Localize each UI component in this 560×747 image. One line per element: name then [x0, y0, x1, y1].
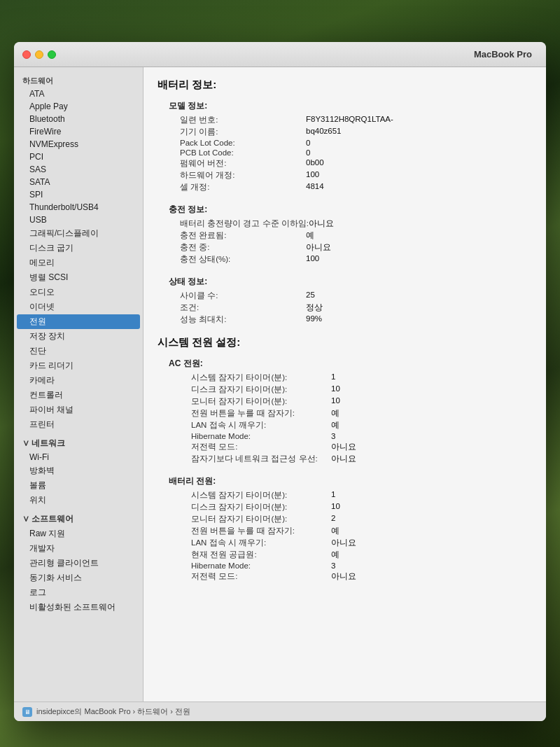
sidebar-item-controller[interactable]: 컨트롤러	[14, 388, 143, 403]
sidebar-item-disabled-sw[interactable]: 비활성화된 소프트웨어	[14, 600, 143, 615]
info-label: 조건:	[180, 302, 306, 313]
battery-power-section: 배터리 전원: 시스템 잠자기 타이머(분):1디스크 잠자기 타이머(분):1…	[158, 475, 532, 582]
sidebar-item-storage[interactable]: 저장 장치	[14, 329, 143, 344]
info-value: 10	[331, 502, 340, 512]
breadcrumb-bar: 🖥 insidepixce의 MacBook Pro › 하드웨어 › 전원	[14, 701, 546, 721]
system-info-window: MacBook Pro 하드웨어 ATAApple PayBluetoothFi…	[14, 42, 546, 721]
sidebar-item-network-header[interactable]: ∨ 네트워크	[14, 436, 143, 451]
sidebar-item-managed[interactable]: 관리형 클라이언트	[14, 556, 143, 571]
info-row: 펌웨어 버전:0b00	[158, 158, 532, 169]
sidebar-item-sata[interactable]: SATA	[14, 176, 143, 188]
sidebar-item-disc[interactable]: 디스크 굽기	[14, 241, 143, 256]
info-label: 시스템 잠자기 타이머(분):	[191, 490, 331, 501]
sidebar-item-apple-pay[interactable]: Apple Pay	[14, 100, 143, 113]
info-value: 99%	[306, 314, 532, 325]
sidebar-item-firewire[interactable]: FireWire	[14, 125, 143, 138]
info-label: LAN 접속 시 깨우기:	[191, 538, 331, 548]
info-row: 충전 완료됨:예	[158, 230, 532, 241]
info-value: 0b00	[306, 158, 532, 169]
info-value: 예	[331, 420, 340, 431]
sidebar-item-scsi[interactable]: 병렬 SCSI	[14, 270, 143, 285]
info-row: LAN 접속 시 깨우기:아니요	[158, 538, 532, 548]
sidebar-item-printer[interactable]: 프린터	[14, 417, 143, 432]
info-label: 충전 중:	[180, 242, 306, 253]
info-value: 아니요	[331, 538, 356, 548]
info-label: Hibernate Mode:	[191, 561, 331, 570]
sidebar-item-thunderbolt[interactable]: Thunderbolt/USB4	[14, 201, 143, 214]
sidebar-item-pci[interactable]: PCI	[14, 151, 143, 163]
sidebar-item-raw[interactable]: Raw 지원	[14, 526, 143, 541]
sidebar-item-graphics[interactable]: 그래픽/디스플레이	[14, 226, 143, 241]
info-label: 성능 최대치:	[180, 314, 306, 325]
info-label: 저전력 모드:	[191, 442, 331, 452]
info-label: 현재 전원 공급원:	[191, 550, 331, 560]
info-label: 일련 번호:	[180, 115, 306, 125]
charge-info-section: 충전 정보: 배터리 충전량이 경고 수준 이하임:아니요충전 완료됨:예충전 …	[158, 204, 532, 265]
sidebar-item-location[interactable]: 위치	[14, 493, 143, 508]
sidebar-item-power[interactable]: 전원	[17, 314, 140, 329]
sidebar-item-software-header[interactable]: ∨ 소프트웨어	[14, 512, 143, 526]
sidebar-item-nvmexpress[interactable]: NVMExpress	[14, 138, 143, 151]
main-content: 배터리 정보: 모델 정보: 일련 번호:F8Y3112H8QRQ1LTAA-기…	[144, 67, 546, 701]
page-title: 배터리 정보:	[158, 78, 532, 92]
info-row: 현재 전원 공급원:예	[158, 550, 532, 560]
sidebar-item-wifi[interactable]: Wi-Fi	[14, 451, 143, 463]
sidebar-item-spi[interactable]: SPI	[14, 188, 143, 201]
sidebar[interactable]: 하드웨어 ATAApple PayBluetoothFireWireNVMExp…	[14, 67, 144, 701]
info-label: 기기 이름:	[180, 127, 306, 137]
info-label: 저전력 모드:	[191, 571, 331, 582]
info-row: 충전 중:아니요	[158, 242, 532, 253]
info-value: 아니요	[331, 442, 356, 452]
window-body: 하드웨어 ATAApple PayBluetoothFireWireNVMExp…	[14, 67, 546, 701]
charge-section-title: 충전 정보:	[169, 204, 532, 216]
info-value: 아니요	[331, 571, 356, 582]
info-label: LAN 접속 시 깨우기:	[191, 420, 331, 431]
info-row: Hibernate Mode:3	[158, 432, 532, 440]
info-label: 하드웨어 개정:	[180, 170, 306, 181]
sidebar-item-diagnosis[interactable]: 진단	[14, 344, 143, 358]
power-section-title: 시스템 전원 설정:	[158, 336, 532, 349]
sidebar-item-sas[interactable]: SAS	[14, 163, 143, 176]
sidebar-item-card-reader[interactable]: 카드 리더기	[14, 358, 143, 373]
sidebar-item-log[interactable]: 로그	[14, 585, 143, 600]
info-row: 사이클 수:25	[158, 291, 532, 301]
sidebar-item-audio[interactable]: 오디오	[14, 285, 143, 300]
info-value: 예	[331, 550, 340, 560]
info-row: 시스템 잠자기 타이머(분):1	[158, 372, 532, 383]
sidebar-item-fiber[interactable]: 파이버 채널	[14, 403, 143, 417]
model-section-title: 모델 정보:	[169, 100, 532, 112]
info-row: 디스크 잠자기 타이머(분):10	[158, 384, 532, 395]
info-label: PCB Lot Code:	[180, 148, 306, 157]
info-value: 0	[306, 139, 532, 147]
ac-section-title: AC 전원:	[158, 358, 532, 370]
info-value: 10	[331, 396, 340, 407]
info-value: F8Y3112H8QRQ1LTAA-	[306, 115, 532, 125]
info-label: 셀 개정:	[180, 182, 306, 193]
zoom-button[interactable]	[48, 50, 56, 59]
sidebar-item-sync[interactable]: 동기화 서비스	[14, 571, 143, 585]
info-label: 전원 버튼을 누를 때 잠자기:	[191, 408, 331, 419]
sidebar-item-volumes[interactable]: 볼륨	[14, 478, 143, 493]
minimize-button[interactable]	[35, 50, 43, 59]
sidebar-item-memory[interactable]: 메모리	[14, 256, 143, 270]
info-row: 잠자기보다 네트워크 접근성 우선:아니요	[158, 454, 532, 464]
info-row: PCB Lot Code:0	[158, 148, 532, 157]
info-label: 디스크 잠자기 타이머(분):	[191, 502, 331, 512]
model-info-section: 모델 정보: 일련 번호:F8Y3112H8QRQ1LTAA-기기 이름:bq4…	[158, 100, 532, 193]
sidebar-item-developer[interactable]: 개발자	[14, 541, 143, 556]
info-value: 100	[306, 170, 532, 181]
info-value: 4814	[306, 182, 532, 193]
info-value: bq40z651	[306, 127, 532, 137]
sidebar-item-bluetooth[interactable]: Bluetooth	[14, 113, 143, 125]
info-value: 0	[306, 148, 532, 157]
sidebar-item-firewall[interactable]: 방화벽	[14, 463, 143, 478]
sidebar-item-usb[interactable]: USB	[14, 214, 143, 226]
info-row: 전원 버튼을 누를 때 잠자기:예	[158, 408, 532, 419]
sidebar-item-ethernet[interactable]: 이더넷	[14, 300, 143, 314]
info-row: 모니터 잠자기 타이머(분):10	[158, 396, 532, 407]
sidebar-item-camera[interactable]: 카메라	[14, 373, 143, 388]
info-row: 배터리 충전량이 경고 수준 이하임:아니요	[158, 218, 532, 229]
close-button[interactable]	[22, 50, 31, 59]
sidebar-item-ata[interactable]: ATA	[14, 88, 143, 100]
ac-power-section: AC 전원: 시스템 잠자기 타이머(분):1디스크 잠자기 타이머(분):10…	[158, 358, 532, 464]
